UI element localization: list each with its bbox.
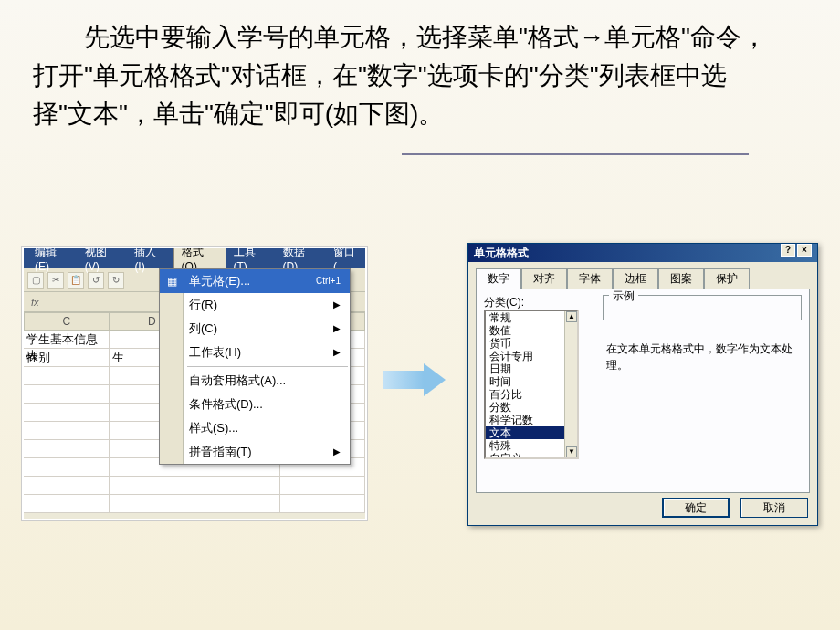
category-option[interactable]: 文本 xyxy=(486,426,577,439)
menu-item[interactable]: 列(C)▶ xyxy=(160,317,350,341)
sample-box: 示例 xyxy=(603,295,802,320)
category-option[interactable]: 特殊 xyxy=(486,439,577,452)
toolbar-icon[interactable]: ▢ xyxy=(27,272,44,289)
format-cells-dialog: 单元格格式 ? × 数字对齐字体边框图案保护 分类(C): 常规数值货币会计专用… xyxy=(467,243,818,526)
category-option[interactable]: 数值 xyxy=(486,324,577,337)
menu-item[interactable]: 样式(S)... xyxy=(160,416,350,440)
category-option[interactable]: 会计专用 xyxy=(486,350,577,362)
menu-item-label: 条件格式(D)... xyxy=(189,396,263,413)
column-header[interactable]: C xyxy=(24,312,110,331)
menu-bar: 编辑(E)视图(V)插入(I)格式(O)工具(T)数据(D)窗口( xyxy=(24,248,365,268)
submenu-arrow-icon: ▶ xyxy=(333,297,341,313)
scroll-up-button[interactable]: ▲ xyxy=(566,311,577,322)
menu-item[interactable]: 编辑(E) xyxy=(27,247,78,275)
menu-item-label: 拼音指南(T) xyxy=(189,444,252,460)
tab-边框[interactable]: 边框 xyxy=(613,268,658,289)
menu-item-label: 行(R) xyxy=(189,297,217,313)
scrollbar[interactable]: ▲ ▼ xyxy=(564,311,577,457)
toolbar-icon[interactable]: ↺ xyxy=(88,272,104,289)
category-option[interactable]: 货币 xyxy=(486,337,577,350)
dialog-title-text: 单元格格式 xyxy=(474,244,529,262)
menu-item[interactable]: 工作表(H)▶ xyxy=(160,341,350,364)
fx-label: fx xyxy=(24,297,47,308)
category-option[interactable]: 自定义 xyxy=(486,452,577,459)
cancel-button[interactable]: 取消 xyxy=(740,498,808,518)
dialog-titlebar: 单元格格式 ? × xyxy=(468,244,817,262)
instruction-text: 先选中要输入学号的单元格，选择菜单"格式→单元格"命令，打开"单元格格式"对话框… xyxy=(33,18,782,133)
dialog-tabs: 数字对齐字体边框图案保护 xyxy=(476,268,810,289)
category-listbox[interactable]: 常规数值货币会计专用日期时间百分比分数科学记数文本特殊自定义 ▲ ▼ xyxy=(484,310,579,459)
menu-item-label: 列(C) xyxy=(189,320,217,337)
sample-label: 示例 xyxy=(609,289,638,304)
toolbar-icon[interactable]: ✂ xyxy=(47,272,64,289)
category-option[interactable]: 科学记数 xyxy=(486,414,577,426)
cell[interactable]: 学生基本信息表 xyxy=(24,331,110,348)
toolbar-icon[interactable]: 📋 xyxy=(68,272,84,289)
menu-item[interactable]: 行(R)▶ xyxy=(160,293,350,317)
submenu-arrow-icon: ▶ xyxy=(333,344,341,361)
cells-icon: ▦ xyxy=(163,272,181,290)
category-option[interactable]: 时间 xyxy=(486,375,577,388)
menu-separator xyxy=(187,366,348,367)
menu-item-label: 单元格(E)... xyxy=(189,273,250,289)
menu-item[interactable]: 条件格式(D)... xyxy=(160,393,350,416)
menu-item-label: 样式(S)... xyxy=(189,420,238,436)
menu-item[interactable]: 自动套用格式(A)... xyxy=(160,369,350,393)
tab-图案[interactable]: 图案 xyxy=(658,268,704,289)
ok-button[interactable]: 确定 xyxy=(662,498,730,518)
tab-保护[interactable]: 保护 xyxy=(704,268,750,289)
scroll-down-button[interactable]: ▼ xyxy=(566,446,577,457)
dialog-body: 数字对齐字体边框图案保护 分类(C): 常规数值货币会计专用日期时间百分比分数科… xyxy=(468,262,817,525)
tab-对齐[interactable]: 对齐 xyxy=(521,268,567,289)
dialog-button-row: 确定 取消 xyxy=(662,498,808,518)
arrow-icon xyxy=(383,363,447,396)
format-menu-dropdown: ▦单元格(E)...Ctrl+1行(R)▶列(C)▶工作表(H)▶自动套用格式(… xyxy=(159,268,351,465)
tab-字体[interactable]: 字体 xyxy=(567,268,613,289)
help-button[interactable]: ? xyxy=(781,244,795,257)
cell[interactable]: 性别 xyxy=(24,349,110,366)
category-description: 在文本单元格格式中，数字作为文本处理。 xyxy=(606,341,802,373)
menu-item-label: 工作表(H) xyxy=(189,344,241,361)
menu-item[interactable]: 视图(V) xyxy=(78,247,128,275)
toolbar-icon[interactable]: ↻ xyxy=(108,272,124,289)
menu-item[interactable]: ▦单元格(E)...Ctrl+1 xyxy=(160,269,350,293)
submenu-arrow-icon: ▶ xyxy=(333,444,341,460)
category-option[interactable]: 百分比 xyxy=(486,388,577,401)
excel-screenshot: 编辑(E)视图(V)插入(I)格式(O)工具(T)数据(D)窗口( ▢ ✂ 📋 … xyxy=(22,247,367,520)
menu-item-label: 自动套用格式(A)... xyxy=(189,373,286,389)
number-tab-panel: 分类(C): 常规数值货币会计专用日期时间百分比分数科学记数文本特殊自定义 ▲ … xyxy=(476,289,810,493)
category-option[interactable]: 常规 xyxy=(486,311,577,324)
menu-accel: Ctrl+1 xyxy=(316,273,341,289)
category-option[interactable]: 日期 xyxy=(486,362,577,375)
close-button[interactable]: × xyxy=(797,244,812,257)
category-option[interactable]: 分数 xyxy=(486,401,577,414)
tab-数字[interactable]: 数字 xyxy=(476,268,521,289)
menu-item[interactable]: 拼音指南(T)▶ xyxy=(160,440,350,464)
decorative-underline xyxy=(402,153,749,155)
submenu-arrow-icon: ▶ xyxy=(333,320,341,337)
